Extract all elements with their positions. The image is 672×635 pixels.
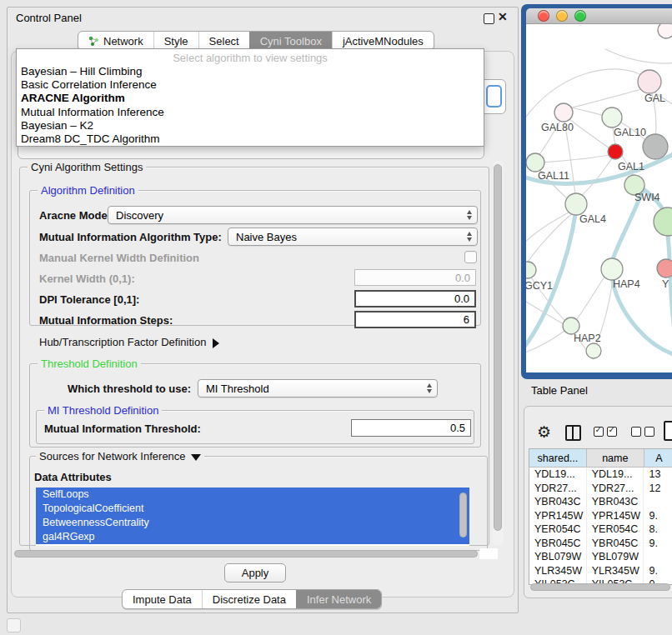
network-edge[interactable] [544, 155, 609, 162]
column-header-a[interactable]: A [644, 449, 672, 468]
mi-threshold-field[interactable]: 0.5 [351, 419, 471, 437]
tab-discretize-data[interactable]: Discretize Data [202, 590, 296, 608]
tab-label: Infer Network [307, 593, 371, 606]
network-node-gal4[interactable] [565, 193, 587, 215]
algorithm-option-bayesian-k2[interactable]: Bayesian – K2 [17, 119, 484, 132]
network-node[interactable] [586, 343, 601, 358]
network-node-gal1[interactable] [608, 144, 623, 159]
network-node-y[interactable] [657, 259, 672, 278]
network-node-hap4[interactable] [601, 258, 623, 280]
network-node[interactable] [643, 134, 668, 159]
table-row[interactable]: YER054CYER054C8. [529, 522, 672, 537]
network-node-hap2[interactable] [563, 318, 579, 334]
mi-steps-field[interactable]: 6 [354, 311, 476, 328]
manual-kernel-checkbox[interactable] [464, 251, 477, 263]
column-layout-icon[interactable] [565, 425, 581, 441]
minimize-traffic-light[interactable] [556, 10, 568, 22]
close-traffic-light[interactable] [538, 10, 549, 22]
table-row[interactable]: YDR27...YDR27...12 [529, 482, 672, 496]
table-cell: YLR345W [529, 564, 587, 578]
network-canvas[interactable]: GALGAL80GAL10GAL1GAL11SWI4GAL4GCY1HAP4YH… [526, 24, 672, 372]
attribute-item-betweennesscentrality[interactable]: BetweennessCentrality [36, 516, 469, 530]
network-edge[interactable] [571, 108, 604, 116]
apply-button[interactable]: Apply [224, 563, 286, 582]
algorithm-option-aracne-algorithm[interactable]: ARACNE Algorithm [17, 92, 484, 105]
document-icon[interactable] [664, 421, 672, 441]
network-node-gal10[interactable] [602, 108, 622, 128]
tab-impute-data[interactable]: Impute Data [123, 590, 202, 608]
column-header-shared[interactable]: shared... [529, 449, 587, 468]
algorithm-option-dream8-dc-tdc-algorithm[interactable]: Dream8 DC_TDC Algorithm [17, 132, 484, 146]
network-edge[interactable] [526, 69, 643, 122]
sources-title[interactable]: Sources for Network Inference [36, 450, 204, 462]
kernel-width-value: 0.0 [455, 272, 470, 284]
tab-style[interactable]: Style [153, 32, 198, 50]
attribute-item-selfloops[interactable]: SelfLoops [36, 488, 469, 502]
table-row[interactable]: YBL079WYBL079W [529, 550, 672, 564]
aracne-mode-value: Discovery [116, 209, 163, 222]
network-node-gal[interactable] [638, 70, 661, 93]
deselect-all-checkboxes-icon[interactable] [631, 427, 654, 437]
network-edge[interactable] [569, 88, 647, 108]
mi-threshold-definition-title: MI Threshold Definition [44, 404, 162, 417]
mi-algorithm-type-combo[interactable]: Naive Bayes [228, 228, 478, 246]
which-threshold-combo[interactable]: MI Threshold [198, 379, 438, 398]
network-node[interactable] [654, 208, 672, 236]
mi-steps-label: Mutual Information Steps: [39, 314, 173, 327]
node-label-hap4: HAP4 [613, 278, 640, 290]
attribute-item-topologicalcoefficient[interactable]: TopologicalCoefficient [36, 502, 469, 516]
table-row[interactable]: YBR043CYBR043C [529, 495, 672, 509]
settings-horizontal-scrollbar[interactable] [14, 550, 478, 558]
table-row[interactable]: YBR045CYBR045C9. [529, 537, 672, 551]
dpi-tolerance-field[interactable]: 0.0 [354, 290, 476, 308]
tab-network[interactable]: Network [78, 32, 153, 50]
tab-jactivemnodules[interactable]: jActiveMNodules [332, 32, 434, 50]
table-body: YDL19...YDL19...13YDR27...YDR27...12YBR0… [529, 468, 672, 584]
aracne-mode-label: Aracne Mode: [39, 209, 111, 222]
attribute-item-gal4rgexp[interactable]: gal4RGexp [36, 530, 469, 544]
table-row[interactable]: YDL19...YDL19...13 [529, 468, 672, 482]
mi-threshold-label: Mutual Information Threshold: [44, 422, 201, 435]
tab-label: Cyni Toolbox [260, 35, 322, 48]
network-icon [88, 36, 99, 47]
aracne-mode-combo[interactable]: Discovery [108, 206, 478, 224]
hub-section-toggle[interactable]: Hub/Transcription Factor Definition [39, 336, 219, 348]
node-label-gal: GAL [644, 92, 665, 104]
stepper-arrows-icon [467, 232, 472, 242]
hub-section-label: Hub/Transcription Factor Definition [39, 336, 206, 348]
table-cell: 9. [644, 537, 672, 551]
node-label-hap2: HAP2 [574, 332, 601, 344]
tab-cyni-toolbox[interactable]: Cyni Toolbox [249, 32, 332, 50]
column-header-name[interactable]: name [587, 449, 644, 468]
data-attributes-label: Data Attributes [34, 471, 112, 483]
network-node-gal11[interactable] [526, 153, 544, 172]
network-edge[interactable] [605, 49, 672, 63]
close-icon[interactable]: ✕ [498, 10, 508, 23]
network-node[interactable] [658, 24, 672, 38]
algorithm-option-basic-correlation-inference[interactable]: Basic Correlation Inference [17, 78, 484, 92]
network-window-titlebar[interactable] [526, 8, 672, 24]
collapsed-panel-icon[interactable] [7, 618, 21, 632]
gear-icon[interactable]: ⚙ [537, 422, 551, 442]
control-panel: Control Panel ✕ NetworkStyleSelectCyni T… [7, 7, 519, 613]
algorithm-option-mutual-information-inference[interactable]: Mutual Information Inference [17, 106, 484, 119]
table-row[interactable]: YPR145WYPR145W9. [529, 509, 672, 523]
table-cell: YDR27... [529, 482, 587, 496]
network-node-gcy1[interactable] [526, 262, 536, 278]
network-edge[interactable] [576, 277, 604, 320]
table-cell: 9. [644, 564, 672, 578]
tab-infer-network[interactable]: Infer Network [296, 590, 381, 608]
table-horizontal-scrollbar[interactable] [530, 583, 670, 591]
network-edge[interactable] [526, 211, 572, 245]
table-row[interactable]: YLR345WYLR345W9. [529, 564, 672, 578]
settings-vertical-scrollbar[interactable] [494, 164, 502, 531]
data-attributes-list[interactable]: SelfLoopsTopologicalCoefficientBetweenne… [36, 488, 469, 546]
network-node-gal80[interactable] [554, 103, 573, 122]
algorithm-option-bayesian-hill-climbing[interactable]: Bayesian – Hill Climbing [17, 65, 484, 78]
float-window-icon[interactable] [484, 13, 494, 24]
tab-select[interactable]: Select [198, 32, 249, 50]
node-label-swi4: SWI4 [634, 192, 660, 203]
select-all-checkboxes-icon[interactable] [594, 427, 617, 437]
zoom-traffic-light[interactable] [574, 10, 586, 22]
attributes-list-scrollbar[interactable] [459, 492, 467, 538]
